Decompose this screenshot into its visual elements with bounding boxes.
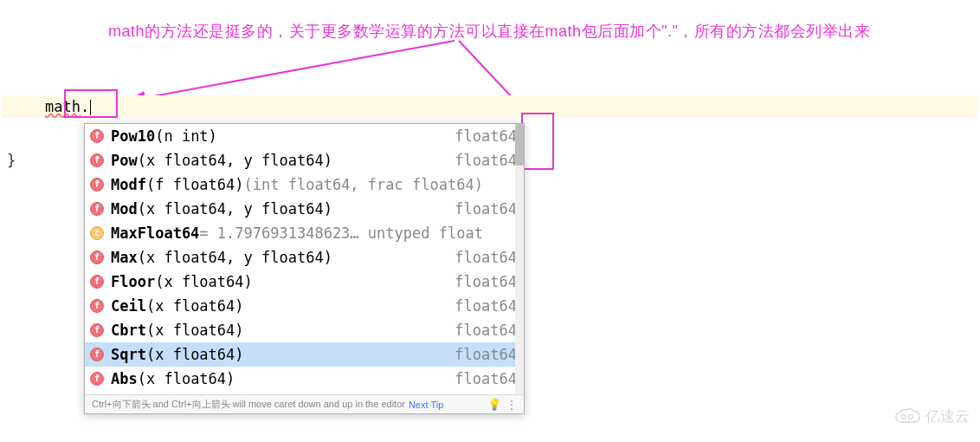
svg-point-4 (909, 414, 913, 419)
item-return-type: float64 (446, 150, 517, 171)
item-return-type: float64 (446, 198, 517, 219)
autocomplete-item[interactable]: fAcos(x float64)float64 (85, 391, 524, 394)
item-params: (x float64) (146, 320, 244, 341)
autocomplete-footer: Ctrl+向下箭头 and Ctrl+向上箭头 will move caret … (85, 394, 524, 413)
svg-point-3 (902, 414, 906, 419)
autocomplete-item[interactable]: fMax(x float64, y float64)float64 (85, 245, 524, 270)
item-return-type: float64 (446, 368, 517, 389)
item-name: Sqrt (111, 344, 146, 365)
item-name: Pow (111, 150, 138, 171)
autocomplete-item[interactable]: fCeil(x float64)float64 (85, 294, 524, 318)
constant-icon: c (90, 226, 104, 240)
autocomplete-list[interactable]: fPow10(n int)float64fPow(x float64, y fl… (85, 124, 524, 394)
item-params: (x float64) (155, 271, 253, 292)
item-name: Mod (111, 198, 138, 219)
item-params: (x float64) (146, 296, 244, 316)
item-name: Modf (111, 174, 146, 195)
svg-line-1 (130, 41, 455, 101)
item-return-type: float64 (446, 393, 517, 394)
function-icon: f (90, 299, 104, 313)
autocomplete-item[interactable]: cMaxFloat64 = 1.7976931348623… untyped f… (85, 221, 524, 245)
item-name: Max (111, 247, 138, 268)
code-package: math (45, 98, 81, 115)
more-icon[interactable]: ⋮ (506, 399, 517, 411)
watermark-cloud-icon (894, 408, 922, 426)
item-extra: = 1.7976931348623… untyped float (199, 223, 483, 244)
highlight-box-scrollbar (521, 113, 554, 170)
item-return-type: float64 (446, 296, 517, 316)
item-name: Pow10 (111, 126, 155, 146)
item-params: (x float64) (146, 344, 244, 365)
function-icon: f (90, 202, 104, 216)
autocomplete-item[interactable]: fPow10(n int)float64 (85, 124, 524, 148)
footer-hint-text: Ctrl+向下箭头 and Ctrl+向上箭头 will move caret … (92, 398, 405, 411)
autocomplete-item[interactable]: fCbrt(x float64)float64 (85, 318, 524, 342)
annotation-text: math的方法还是挺多的，关于更多数学运算的方法可以直接在math包后面加个".… (108, 21, 870, 42)
item-params: (x float64) (146, 393, 244, 394)
item-name: Ceil (111, 296, 146, 316)
function-icon: f (90, 323, 104, 337)
autocomplete-scrollbar-thumb[interactable] (515, 124, 524, 166)
item-params: (x float64, y float64) (138, 198, 332, 219)
function-icon: f (90, 129, 104, 143)
item-name: MaxFloat64 (111, 223, 199, 244)
function-icon: f (90, 178, 104, 192)
item-name: Acos (111, 393, 146, 394)
item-name: Cbrt (111, 320, 146, 341)
function-icon: f (90, 250, 104, 264)
code-dot: . (81, 98, 89, 115)
editor-area[interactable]: math. (2, 95, 978, 118)
item-params: (x float64) (138, 368, 235, 389)
next-tip-link[interactable]: Next Tip (409, 400, 443, 410)
code-line[interactable]: math. (2, 95, 978, 118)
lightbulb-icon[interactable]: 💡 (487, 398, 501, 411)
item-extra: (int float64, frac float64) (244, 174, 483, 195)
text-cursor (90, 100, 91, 115)
function-icon: f (90, 348, 104, 361)
watermark: 亿速云 (894, 406, 970, 426)
item-name: Abs (111, 368, 138, 389)
autocomplete-scrollbar[interactable] (515, 124, 524, 394)
autocomplete-item[interactable]: fMod(x float64, y float64)float64 (85, 197, 524, 221)
item-params: (x float64, y float64) (138, 150, 332, 171)
autocomplete-popup[interactable]: fPow10(n int)float64fPow(x float64, y fl… (84, 123, 525, 414)
item-name: Floor (111, 271, 155, 292)
item-return-type: float64 (446, 271, 517, 292)
item-return-type: float64 (446, 344, 517, 365)
autocomplete-item[interactable]: fModf(f float64) (int float64, frac floa… (85, 172, 524, 197)
function-icon: f (90, 275, 104, 289)
item-return-type: float64 (446, 320, 517, 341)
item-params: (x float64, y float64) (138, 247, 332, 268)
function-icon: f (90, 372, 104, 386)
code-closing-brace: } (7, 152, 16, 169)
item-params: (n int) (155, 126, 217, 146)
autocomplete-item[interactable]: fSqrt(x float64)float64 (85, 342, 524, 367)
autocomplete-item[interactable]: fPow(x float64, y float64)float64 (85, 148, 524, 172)
item-return-type: float64 (446, 126, 517, 146)
function-icon: f (90, 153, 104, 167)
autocomplete-item[interactable]: fAbs(x float64)float64 (85, 367, 524, 391)
watermark-text: 亿速云 (925, 406, 970, 426)
autocomplete-item[interactable]: fFloor(x float64)float64 (85, 270, 524, 294)
item-params: (f float64) (146, 174, 244, 195)
item-return-type: float64 (446, 247, 517, 268)
